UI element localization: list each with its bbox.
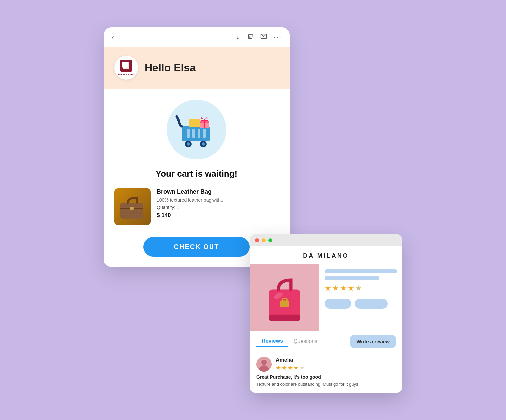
- product-title-placeholder: [325, 269, 397, 273]
- svg-line-9: [177, 116, 178, 120]
- svg-rect-6: [192, 129, 195, 138]
- svg-rect-2: [123, 62, 129, 69]
- svg-point-11: [187, 142, 190, 146]
- svg-rect-20: [120, 203, 143, 219]
- tab-questions[interactable]: Questions: [288, 336, 323, 346]
- svg-rect-14: [189, 119, 200, 127]
- mail-icon[interactable]: [260, 33, 267, 41]
- reviewer-stars: ★ ★ ★ ★ ★: [276, 364, 305, 371]
- review-tabs: Reviews Questions Write a review: [250, 331, 402, 351]
- svg-point-30: [261, 360, 267, 365]
- svg-rect-22: [130, 207, 134, 210]
- action-btn-2: [355, 299, 388, 309]
- review-product-details: ★ ★ ★ ★ ★: [319, 264, 402, 331]
- product-description: 100% textured leather bag with...: [157, 197, 279, 203]
- maximize-dot: [268, 238, 272, 242]
- download-icon[interactable]: ⇣: [235, 33, 240, 41]
- review-card: DA MILANO: [250, 234, 402, 393]
- review-star-4: ★: [294, 364, 299, 371]
- svg-rect-1: [120, 60, 132, 72]
- trash-icon[interactable]: [247, 33, 254, 41]
- review-star-5: ★: [299, 364, 305, 371]
- reviewer-info: Amelia ★ ★ ★ ★ ★: [276, 357, 305, 371]
- star-4: ★: [348, 284, 354, 293]
- star-2: ★: [332, 284, 339, 293]
- product-subtitle-placeholder: [325, 276, 379, 280]
- svg-rect-3: [124, 64, 128, 68]
- checkout-button[interactable]: CHECK OUT: [143, 237, 250, 257]
- star-1: ★: [325, 284, 331, 293]
- back-icon[interactable]: ‹: [112, 33, 114, 41]
- cart-illustration: [167, 100, 226, 159]
- reviewer-row: Amelia ★ ★ ★ ★ ★: [256, 357, 396, 372]
- product-info: Brown Leather Bag 100% textured leather …: [157, 188, 279, 219]
- brand-logo: DA MILANO: [114, 56, 138, 80]
- review-body: Texture and color are outstanding. Must …: [256, 381, 396, 388]
- review-product-image: [250, 264, 319, 331]
- email-card: ‹ ⇣ ···: [104, 27, 290, 267]
- product-row: Brown Leather Bag 100% textured leather …: [114, 188, 279, 225]
- tab-reviews[interactable]: Reviews: [256, 336, 288, 347]
- more-options-icon[interactable]: ···: [274, 33, 282, 41]
- star-3: ★: [340, 284, 347, 293]
- write-review-button[interactable]: Write a review: [350, 335, 396, 348]
- review-star-2: ★: [282, 364, 287, 371]
- review-brand-name: DA MILANO: [250, 246, 402, 264]
- product-image: [114, 188, 151, 225]
- minimize-dot: [262, 238, 266, 242]
- product-quantity: Quantity: 1: [157, 205, 279, 210]
- greeting-text: Hello Elsa: [145, 62, 196, 74]
- close-dot: [255, 238, 259, 242]
- review-card-toolbar: [250, 234, 402, 246]
- email-header: DA MILANO Hello Elsa: [104, 47, 290, 89]
- svg-point-13: [202, 142, 205, 146]
- email-toolbar: ‹ ⇣ ···: [104, 27, 290, 47]
- svg-rect-27: [269, 314, 300, 321]
- product-price: $ 140: [157, 212, 279, 219]
- svg-rect-4: [182, 126, 210, 141]
- svg-rect-7: [198, 129, 200, 138]
- reviewer-name: Amelia: [276, 357, 305, 363]
- cart-waiting-text: Your cart is waiting!: [156, 169, 238, 179]
- review-item: Amelia ★ ★ ★ ★ ★ Great Purchase, It's to…: [250, 351, 402, 393]
- action-btn-1: [325, 299, 351, 309]
- logo-text: DA MILANO: [118, 73, 134, 76]
- review-star-1: ★: [276, 364, 281, 371]
- reviewer-avatar: [256, 357, 272, 372]
- star-half: ★: [355, 284, 362, 293]
- review-title: Great Purchase, It's too good: [256, 374, 396, 380]
- review-star-3: ★: [288, 364, 293, 371]
- svg-rect-8: [203, 129, 206, 138]
- review-product-section: ★ ★ ★ ★ ★: [250, 264, 402, 331]
- svg-rect-5: [187, 129, 190, 138]
- review-action-buttons: [325, 299, 397, 309]
- product-stars-row: ★ ★ ★ ★ ★: [325, 284, 397, 293]
- product-name: Brown Leather Bag: [157, 188, 279, 195]
